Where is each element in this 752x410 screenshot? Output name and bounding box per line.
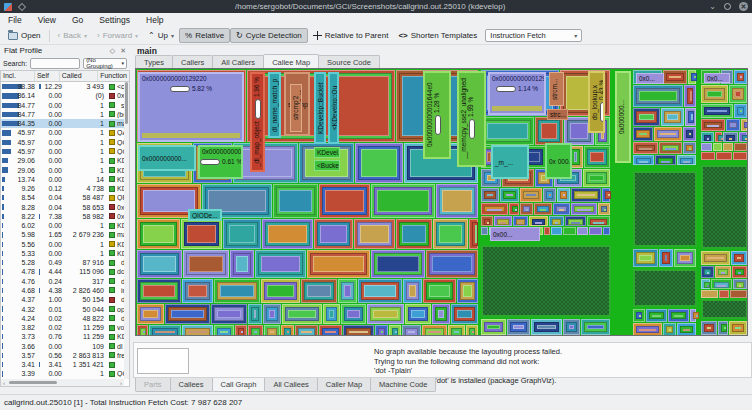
table-row[interactable]: 5.981.652 679 236malloc — [1, 230, 124, 239]
treemap-tile[interactable] — [674, 249, 696, 267]
bottom-tab-all-callees[interactable]: All Callees — [264, 378, 317, 392]
treemap-tile[interactable] — [677, 323, 696, 336]
treemap-block[interactable]: QIODe... — [188, 209, 222, 221]
treemap-tile[interactable] — [663, 323, 676, 336]
treemap-block[interactable]: 0x00000000001644e01.28 % — [423, 71, 451, 159]
treemap-tile[interactable] — [571, 203, 597, 215]
table-row[interactable]: 86.140.00(0)0x000000000 — [1, 91, 124, 100]
treemap-tile[interactable] — [264, 325, 280, 336]
treemap-tile[interactable] — [633, 142, 658, 154]
treemap-tile[interactable] — [685, 108, 696, 126]
grouping-combobox[interactable]: (No Grouping) ▾ — [83, 58, 127, 69]
treemap-tile[interactable] — [389, 325, 401, 336]
treemap-tile[interactable] — [513, 216, 528, 226]
treemap-tile[interactable] — [214, 279, 260, 303]
treemap-tile[interactable] — [733, 152, 747, 160]
treemap-block[interactable]: 0x00000000002d1b100.61 % — [198, 145, 243, 179]
treemap-tile[interactable] — [701, 266, 714, 278]
table-row[interactable]: 3.570.562 863 813free — [1, 351, 124, 360]
dock-close-icon[interactable]: ✕ — [120, 47, 126, 55]
treemap-tile[interactable] — [715, 266, 731, 278]
table-row[interactable]: 29.060.001KDevelop:: — [1, 156, 124, 165]
treemap-tile[interactable] — [543, 188, 556, 202]
treemap-tile[interactable] — [701, 143, 712, 151]
treemap-tile[interactable] — [282, 304, 322, 324]
table-row[interactable]: 98.3812.293 493<cycle 42> — [1, 82, 124, 91]
table-row[interactable]: 3.413.411 351 421__memcpy — [1, 360, 124, 369]
table-row[interactable]: 8.227.3858 9820x0000000 — [1, 212, 124, 221]
tab-types[interactable]: Types — [135, 55, 173, 68]
treemap-tile[interactable] — [659, 249, 673, 267]
treemap-tile[interactable] — [481, 117, 534, 145]
table-row[interactable]: 6.020.001KDevelop:: — [1, 221, 124, 230]
treemap-block[interactable]: strcm... — [549, 72, 564, 106]
treemap-tile[interactable] — [553, 203, 570, 215]
treemap-tile[interactable] — [314, 219, 353, 249]
forward-button[interactable]: › Forward▾ — [92, 29, 143, 42]
table-row[interactable]: 13.740.0014KDevelop:: — [1, 175, 124, 184]
treemap-tile[interactable] — [603, 227, 610, 235]
treemap-block[interactable]: strcmp'20.43 % — [290, 84, 302, 132]
treemap-tile[interactable] — [633, 85, 683, 107]
treemap-tile[interactable] — [235, 325, 247, 336]
treemap-tile[interactable] — [481, 319, 506, 335]
treemap-tile[interactable] — [165, 304, 210, 324]
treemap-tile[interactable] — [544, 227, 550, 235]
treemap-tile[interactable] — [355, 143, 403, 183]
column-header-self[interactable]: Self — [35, 71, 60, 81]
relative-toggle[interactable]: % Relative — [179, 28, 230, 43]
treemap-tile[interactable] — [716, 152, 732, 160]
treemap-tile[interactable] — [732, 266, 747, 278]
scroll-right-icon[interactable]: › — [118, 380, 124, 386]
callee-map[interactable]: 0x00000000001292205.82 %_dl_map_object1.… — [135, 68, 748, 336]
treemap-tile[interactable] — [371, 250, 425, 278]
treemap-tile[interactable] — [589, 227, 602, 235]
menu-settings[interactable]: Settings — [91, 13, 138, 27]
treemap-tile[interactable] — [261, 279, 300, 303]
treemap-block[interactable]: dl_name_match_p1.04 % — [268, 72, 281, 138]
treemap-tile[interactable] — [584, 146, 610, 168]
treemap-tile[interactable] — [405, 304, 431, 324]
float-icon[interactable]: ◇ — [110, 47, 115, 55]
treemap-tile[interactable] — [423, 279, 456, 303]
treemap-tile[interactable] — [149, 325, 181, 336]
treemap-tile[interactable] — [633, 249, 658, 267]
treemap-tile[interactable] — [663, 70, 687, 84]
treemap-block[interactable]: do_lookup.x0.43 % — [588, 71, 605, 133]
relative-to-parent-toggle[interactable]: Relative to Parent — [308, 29, 394, 42]
event-type-combobox[interactable]: Instruction Fetch ▾ — [485, 29, 582, 42]
maximize-icon[interactable] — [724, 3, 731, 10]
table-row[interactable]: 45.970.001QApplicatio — [1, 128, 124, 137]
tab-callers[interactable]: Callers — [172, 55, 213, 68]
treemap-tile[interactable] — [281, 325, 294, 336]
treemap-tile[interactable] — [358, 279, 402, 303]
treemap-tile[interactable] — [577, 227, 588, 235]
treemap-tile[interactable] — [248, 304, 262, 324]
column-header-function[interactable]: Function — [98, 71, 129, 81]
treemap-tile[interactable] — [248, 325, 263, 336]
treemap-tile[interactable] — [583, 169, 610, 187]
treemap-tile[interactable] — [563, 319, 580, 335]
shorten-templates-toggle[interactable]: <> Shorten Templates — [393, 29, 482, 42]
treemap-tile[interactable] — [448, 325, 465, 336]
treemap-tile[interactable] — [137, 279, 181, 303]
treemap-tile[interactable] — [549, 216, 564, 226]
table-row[interactable]: 3.660.00109dl_open_w — [1, 341, 124, 350]
treemap-tile[interactable] — [457, 279, 478, 303]
treemap-block[interactable]: 0x000000000... — [138, 145, 196, 171]
treemap-tile[interactable] — [262, 219, 313, 249]
treemap-block[interactable]: 0x00... — [490, 227, 540, 241]
treemap-tile[interactable] — [733, 279, 747, 289]
treemap-tile[interactable] — [715, 132, 722, 142]
table-row[interactable]: 84.770.001_start — [1, 101, 124, 110]
treemap-tile[interactable] — [137, 219, 180, 249]
treemap-tile[interactable] — [731, 251, 747, 265]
treemap-tile[interactable] — [354, 219, 395, 249]
treemap-tile[interactable] — [403, 279, 422, 303]
treemap-tile[interactable] — [701, 152, 715, 160]
treemap-tile[interactable] — [520, 203, 533, 215]
treemap-tile[interactable] — [255, 250, 306, 278]
treemap-tile[interactable] — [295, 325, 318, 336]
vertical-scrollbar[interactable] — [124, 82, 129, 379]
open-button[interactable]: Open — [3, 29, 46, 42]
